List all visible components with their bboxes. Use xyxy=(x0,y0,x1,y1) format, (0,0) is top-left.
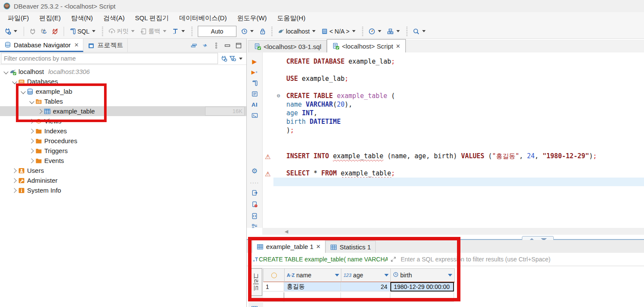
database-dropdown[interactable] xyxy=(352,30,356,32)
tree-item-views[interactable]: Views xyxy=(0,116,246,126)
show-connected-icon[interactable] xyxy=(221,55,227,62)
active-database-selector[interactable]: < N/A > xyxy=(319,26,359,37)
editor-tab-0[interactable]: <localhost> 03-1.sql xyxy=(248,40,327,52)
search-dropdown[interactable] xyxy=(422,30,426,32)
result-filter-sql-text[interactable]: CREATE TABLE example_table( name VARCHA xyxy=(259,256,388,263)
dashboard-button[interactable] xyxy=(367,26,384,37)
empty-cell[interactable] xyxy=(341,292,390,302)
chevron-right-icon[interactable] xyxy=(28,158,35,163)
grid-view-tab[interactable]: 그리드 xyxy=(249,268,262,296)
commit-dropdown[interactable] xyxy=(131,30,135,32)
search-button[interactable] xyxy=(411,26,429,37)
maximize-icon[interactable] xyxy=(235,42,242,49)
chevron-right-icon[interactable] xyxy=(11,168,18,173)
tree-item-indexes[interactable]: Indexes xyxy=(0,126,246,136)
disconnect-button[interactable] xyxy=(50,26,60,37)
minimize-icon[interactable] xyxy=(224,42,231,49)
fold-collapse-icon[interactable]: ⊖ xyxy=(277,92,280,99)
execute-new-tab-icon[interactable]: ▶+ xyxy=(250,68,259,77)
new-connection-dropdown[interactable] xyxy=(14,30,17,32)
commit-button[interactable]: 커밋 xyxy=(107,26,138,37)
transaction-mode-button[interactable] xyxy=(170,26,188,37)
tree-item-example-table[interactable]: example_table16K xyxy=(0,106,246,116)
filter-funnel-icon[interactable] xyxy=(229,55,236,62)
code-area[interactable]: CREATE DATABASE example_lab;USE example_… xyxy=(273,52,644,228)
chevron-right-icon[interactable] xyxy=(11,188,18,193)
empty-cell[interactable] xyxy=(390,292,454,302)
tree-item-example-lab[interactable]: example_lab xyxy=(0,86,246,96)
chevron-right-icon[interactable] xyxy=(28,138,35,144)
rollback-dropdown[interactable] xyxy=(163,30,166,32)
tree-item-events[interactable]: Events xyxy=(0,156,246,166)
link-with-editor-icon[interactable] xyxy=(202,42,209,49)
execute-script-icon[interactable] xyxy=(250,79,259,87)
tree-item-system-info[interactable]: System Info xyxy=(0,185,246,195)
document-error-icon[interactable] xyxy=(250,200,259,209)
results-tab-1[interactable]: Statistics 1 xyxy=(325,241,376,253)
column-dropdown-icon[interactable] xyxy=(335,274,339,276)
close-icon[interactable]: ✕ xyxy=(74,42,79,48)
hierarchy-icon[interactable] xyxy=(250,222,259,228)
connect-button[interactable] xyxy=(28,26,38,37)
empty-cell[interactable] xyxy=(284,292,341,302)
tab-database-navigator[interactable]: Database Navigator ✕ xyxy=(0,39,83,52)
new-connection-button[interactable] xyxy=(3,26,20,37)
row-number-cell[interactable]: 1 xyxy=(263,282,284,292)
result-filter-input[interactable]: Enter a SQL expression to filter results… xyxy=(401,256,550,263)
execute-queries-icon[interactable] xyxy=(250,89,259,98)
commit-mode-box[interactable]: Auto xyxy=(198,26,236,37)
tasks-button[interactable] xyxy=(385,26,403,37)
menu-item-4[interactable]: SQL 편집기 xyxy=(130,13,174,24)
chevron-right-icon[interactable] xyxy=(28,129,35,134)
collapse-all-icon[interactable] xyxy=(190,42,197,49)
column-dropdown-icon[interactable] xyxy=(448,274,452,276)
chevron-right-icon[interactable] xyxy=(37,109,44,114)
tree-item-procedures[interactable]: Procedures xyxy=(0,136,246,146)
chevron-down-icon[interactable] xyxy=(20,89,27,94)
warning-icon[interactable]: ⚠ xyxy=(264,170,272,178)
dashboard-dropdown[interactable] xyxy=(378,30,381,32)
connection-dropdown[interactable] xyxy=(312,30,316,32)
results-tab-0[interactable]: example_table 1✕ xyxy=(252,239,325,253)
chevron-down-icon[interactable] xyxy=(11,79,18,84)
menu-item-2[interactable]: 탐색(N) xyxy=(66,13,98,24)
editor-hscrollbar[interactable]: ◀ xyxy=(262,228,644,235)
row-number-header[interactable] xyxy=(263,268,285,282)
view-menu-icon[interactable] xyxy=(213,42,220,49)
grid-view-icon[interactable] xyxy=(251,305,258,307)
column-header-age[interactable]: 123age xyxy=(341,268,391,282)
tab-projects[interactable]: 프로젝트 xyxy=(83,39,128,52)
editor-tab-1[interactable]: <localhost> Script✕ xyxy=(327,39,406,52)
cell-age[interactable]: 24 xyxy=(341,282,390,292)
column-header-birth[interactable]: birth xyxy=(390,268,455,282)
cell-birth[interactable]: 1980-12-29 00:00:00 xyxy=(390,282,454,292)
column-header-name[interactable]: A·Zname xyxy=(284,268,342,282)
chevron-right-icon[interactable] xyxy=(11,178,18,183)
filter-dropdown[interactable] xyxy=(239,58,242,60)
sql-editor-dropdown[interactable] xyxy=(92,30,95,32)
settings-gear-icon[interactable]: ⚙ xyxy=(250,166,259,175)
sql-console-icon[interactable] xyxy=(250,111,259,120)
chevron-down-icon[interactable] xyxy=(3,69,9,74)
chevron-right-icon[interactable] xyxy=(28,148,35,154)
menu-item-5[interactable]: 데이터베이스(D) xyxy=(174,13,232,24)
more-options-icon[interactable]: ···· xyxy=(250,178,259,187)
menu-item-1[interactable]: 편집(E) xyxy=(34,13,66,24)
document-brackets-icon[interactable] xyxy=(250,212,259,220)
tree-item-localhost[interactable]: localhostlocalhost:3306 xyxy=(0,67,246,77)
export-result-icon[interactable] xyxy=(250,188,259,197)
menu-item-0[interactable]: 파일(F) xyxy=(3,13,34,24)
empty-cell[interactable] xyxy=(263,292,284,302)
cell-name[interactable]: 홍길동 xyxy=(284,282,341,292)
transaction-log-dropdown[interactable] xyxy=(250,30,254,32)
menu-item-6[interactable]: 윈도우(W) xyxy=(232,13,272,24)
active-connection-selector[interactable]: localhost xyxy=(276,26,319,37)
chevron-down-icon[interactable] xyxy=(28,99,35,104)
chevron-right-icon[interactable] xyxy=(28,119,35,124)
scroll-left-icon[interactable]: ◀ xyxy=(285,229,288,234)
transaction-log-button[interactable] xyxy=(239,26,257,37)
reconnect-button[interactable] xyxy=(39,26,49,37)
lock-button[interactable] xyxy=(258,26,268,37)
execute-statement-icon[interactable]: ▶ xyxy=(250,57,259,66)
column-dropdown-icon[interactable] xyxy=(384,274,389,276)
